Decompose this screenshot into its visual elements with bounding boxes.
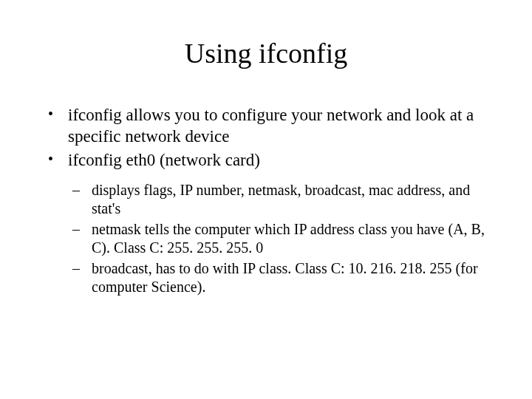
sub-bullet-list: displays flags, IP number, netmask, broa…	[37, 181, 495, 296]
sub-bullet-item: broadcast, has to do with IP class. Clas…	[37, 259, 495, 296]
slide-title: Using ifconfig	[37, 37, 495, 69]
bullet-item: ifconfig allows you to configure your ne…	[37, 105, 495, 148]
sub-bullet-item: netmask tells the computer which IP addr…	[37, 220, 495, 257]
bullet-item: ifconfig eth0 (network card)	[37, 150, 495, 171]
sub-bullet-item: displays flags, IP number, netmask, broa…	[37, 181, 495, 218]
main-bullet-list: ifconfig allows you to configure your ne…	[37, 105, 495, 171]
